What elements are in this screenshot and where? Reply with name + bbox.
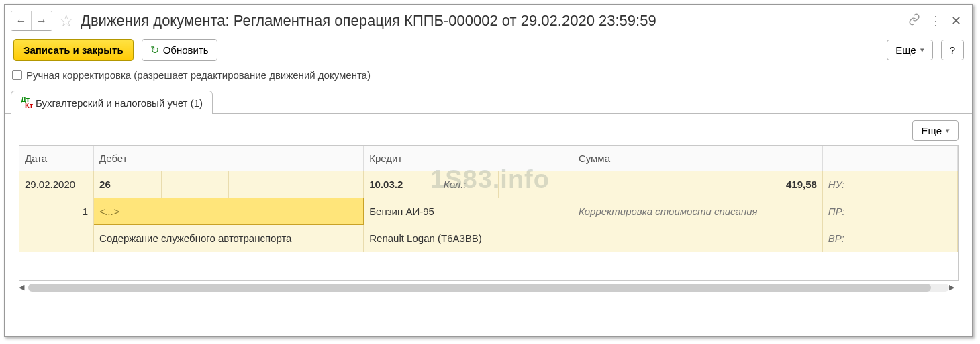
table-row[interactable]: Содержание служебного автотранспорта Ren… bbox=[19, 225, 958, 252]
scroll-thumb[interactable] bbox=[28, 284, 931, 292]
col-credit[interactable]: Кредит bbox=[364, 146, 573, 171]
cell-debit-sub2[interactable]: Содержание служебного автотранспорта bbox=[94, 225, 364, 252]
cell-credit-sub2[interactable]: Renault Logan (Т6А3ВВ) bbox=[364, 225, 573, 252]
nav-buttons: ← → bbox=[11, 11, 52, 31]
forward-button[interactable]: → bbox=[32, 11, 52, 30]
cell-debit-ext2[interactable] bbox=[229, 171, 364, 198]
accounting-grid: Дата Дебет Кредит Сумма 29.02.2020 26 10… bbox=[19, 145, 959, 281]
help-button[interactable]: ? bbox=[941, 40, 964, 60]
cell-empty bbox=[19, 225, 94, 252]
cell-credit-qty-lbl[interactable]: Кол.: bbox=[438, 171, 498, 198]
table-header-row: Дата Дебет Кредит Сумма bbox=[19, 146, 958, 171]
table-row[interactable]: 1 <...> Бензин АИ-95 Корректировка стоим… bbox=[19, 198, 958, 225]
kebab-menu-icon[interactable]: ⋮ bbox=[930, 13, 942, 28]
grid-more-button[interactable]: Еще bbox=[912, 120, 959, 141]
back-button[interactable]: ← bbox=[11, 11, 32, 30]
scroll-track[interactable] bbox=[28, 284, 949, 292]
cell-date[interactable]: 29.02.2020 bbox=[19, 171, 94, 198]
manual-edit-checkbox[interactable] bbox=[12, 70, 22, 80]
cell-debit-sub1-editing[interactable]: <...> bbox=[94, 198, 364, 225]
scroll-right-icon[interactable]: ▶ bbox=[949, 283, 959, 292]
cell-credit-qty[interactable] bbox=[499, 171, 573, 198]
cell-debit-account[interactable]: 26 bbox=[94, 171, 162, 198]
cell-debit-ext1[interactable] bbox=[161, 171, 229, 198]
cell-credit-sub1[interactable]: Бензин АИ-95 bbox=[364, 198, 573, 225]
col-sum[interactable]: Сумма bbox=[573, 146, 822, 171]
cell-desc[interactable]: Корректировка стоимости списания bbox=[573, 198, 822, 225]
more-button[interactable]: Еще bbox=[887, 40, 933, 60]
refresh-label: Обновить bbox=[163, 44, 209, 56]
col-debit[interactable]: Дебет bbox=[94, 146, 364, 171]
window: ← → ☆ Движения документа: Регламентная о… bbox=[4, 4, 973, 337]
cell-credit-account[interactable]: 10.03.2 bbox=[364, 171, 438, 198]
horizontal-scrollbar[interactable]: ◀ ▶ bbox=[19, 282, 959, 293]
refresh-icon: ↻ bbox=[150, 44, 159, 56]
cell-empty2[interactable] bbox=[573, 225, 822, 252]
tab-accounting[interactable]: ДтКт Бухгалтерский и налоговый учет (1) bbox=[11, 91, 213, 114]
cell-pr[interactable]: ПР: bbox=[822, 198, 957, 225]
manual-edit-label: Ручная корректировка (разрешает редактир… bbox=[26, 69, 371, 81]
scroll-left-icon[interactable]: ◀ bbox=[19, 283, 28, 292]
refresh-button[interactable]: ↻ Обновить bbox=[142, 39, 217, 61]
link-icon[interactable] bbox=[908, 13, 920, 29]
cell-nu[interactable]: НУ: bbox=[822, 171, 957, 198]
col-extra bbox=[822, 146, 957, 171]
table-blank-row bbox=[19, 252, 958, 280]
tab-label: Бухгалтерский и налоговый учет (1) bbox=[36, 97, 203, 109]
grid-toolbar: Еще bbox=[5, 114, 972, 145]
save-close-button[interactable]: Записать и закрыть bbox=[13, 39, 134, 61]
main-toolbar: Записать и закрыть ↻ Обновить Еще ? bbox=[5, 32, 972, 68]
cell-sum[interactable]: 419,58 bbox=[573, 171, 822, 198]
tabs: ДтКт Бухгалтерский и налоговый учет (1) bbox=[11, 90, 972, 114]
manual-edit-row: Ручная корректировка (разрешает редактир… bbox=[5, 68, 972, 86]
favorite-star-icon[interactable]: ☆ bbox=[59, 11, 74, 30]
table-row[interactable]: 29.02.2020 26 10.03.2 Кол.: 419,58 НУ: bbox=[19, 171, 958, 198]
cell-rownum: 1 bbox=[19, 198, 94, 225]
col-date[interactable]: Дата bbox=[19, 146, 94, 171]
title-bar: ← → ☆ Движения документа: Регламентная о… bbox=[5, 5, 972, 32]
close-icon[interactable]: ✕ bbox=[951, 13, 961, 28]
cell-vr[interactable]: ВР: bbox=[822, 225, 957, 252]
page-title: Движения документа: Регламентная операци… bbox=[81, 12, 905, 30]
dtkt-icon: ДтКт bbox=[21, 97, 33, 109]
